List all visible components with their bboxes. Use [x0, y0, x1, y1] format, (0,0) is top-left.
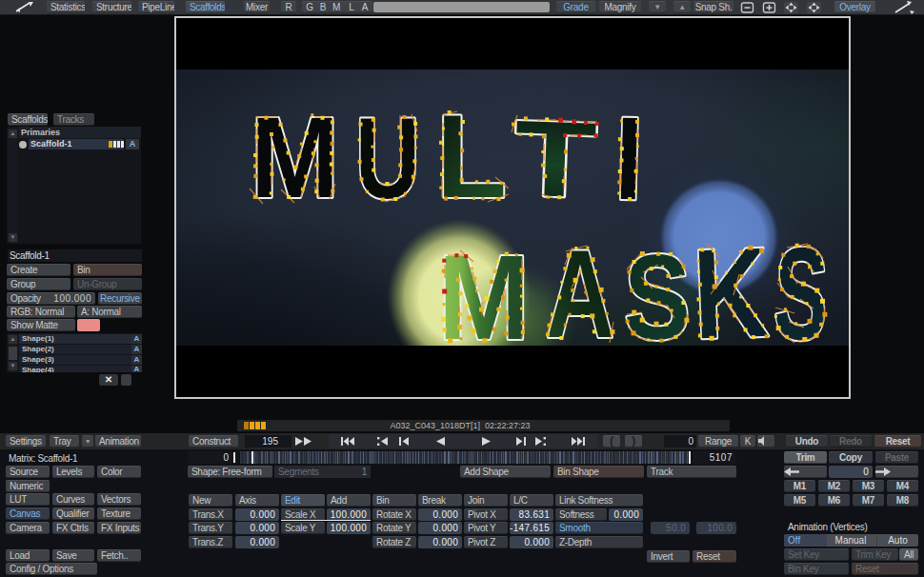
- svg-text:L: L: [436, 90, 507, 222]
- svg-text:A: A: [546, 224, 614, 346]
- svg-text:K: K: [692, 221, 771, 346]
- svg-text:T: T: [512, 98, 598, 221]
- svg-text:I: I: [613, 92, 645, 225]
- svg-text:U: U: [355, 93, 420, 223]
- svg-text:M: M: [438, 229, 530, 346]
- svg-text:M: M: [251, 92, 339, 222]
